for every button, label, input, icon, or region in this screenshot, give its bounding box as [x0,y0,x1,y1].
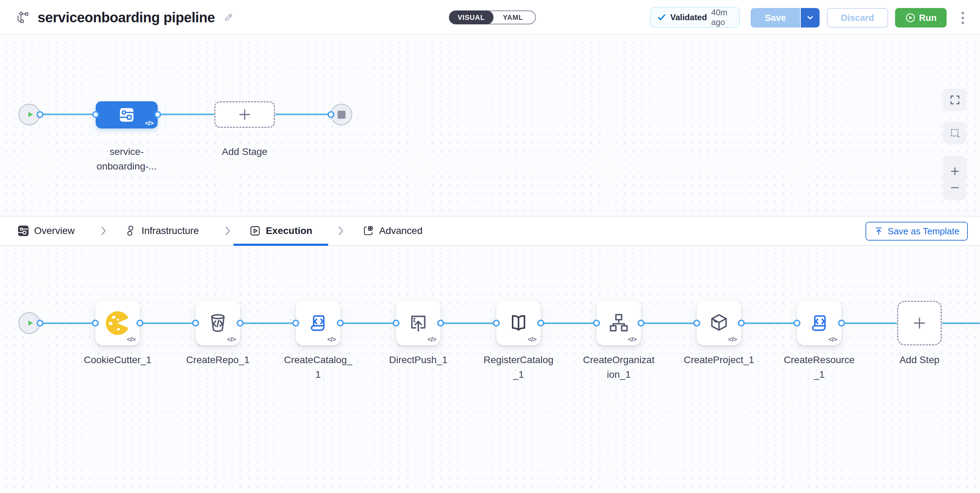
step-node-CreateOrganization_1[interactable]: </> [597,301,641,345]
kebab-menu-icon[interactable] [956,10,970,26]
tab-advanced[interactable]: Advanced [347,217,439,245]
step-label[interactable]: DirectPush_1 [382,353,454,367]
step-node-CreateProject_1[interactable]: </> [697,301,741,345]
connector-dot [493,320,500,327]
validated-status: Validated [670,13,707,22]
step-label[interactable]: CreateRepo_1 [182,353,254,367]
stage-code-badge[interactable]: </> [145,120,153,127]
advanced-icon [363,225,374,236]
connector-dot [693,320,700,327]
connector-dot [437,320,444,327]
org-chart-icon [607,312,630,335]
connector-line [40,113,96,115]
connector-line [842,322,897,324]
connector-dot [593,320,600,327]
step-code-badge[interactable]: </> [328,336,336,343]
step-node-CreateResource_1[interactable]: </> [797,301,842,345]
resource-code-icon [808,312,831,335]
step-code-badge[interactable]: </> [829,336,837,343]
step-code-badge[interactable]: </> [227,336,235,343]
save-options-caret[interactable] [800,8,819,27]
add-step-button[interactable] [897,301,942,345]
zoom-in-icon[interactable] [950,166,960,177]
tab-label: Overview [34,225,75,236]
step-label[interactable]: CreateCatalog_1 [282,353,354,382]
connector-dot [537,320,544,327]
repo-bucket-icon [206,312,229,335]
connector-dot [154,111,161,118]
step-node-CreateRepo_1[interactable]: </> [196,301,240,345]
connector-dot [92,111,99,118]
validated-time: 40m ago [711,8,733,27]
chevron-right-icon [225,225,231,236]
run-label: Run [919,13,937,23]
connector-dot [192,320,199,327]
connector-dot [838,320,845,327]
step-code-badge[interactable]: </> [729,336,737,343]
stage-detail-tabs: OverviewInfrastructureExecutionAdvanced … [0,216,980,246]
stage-icon [117,105,137,124]
save-as-template-button[interactable]: Save as Template [865,222,968,241]
zoom-out-icon[interactable] [950,185,960,190]
step-node-CookieCutter_1[interactable]: </> [95,301,140,345]
add-step-label[interactable]: Add Step [884,353,955,367]
direct-push-icon [407,312,430,335]
connector-dot [393,320,399,327]
stage-canvas[interactable]: </> service-onboarding-... Add Stage [0,35,980,216]
header-title-group: serviceonboarding pipeline [17,0,233,35]
step-label[interactable]: CreateResource_1 [783,353,855,382]
step-label[interactable]: CreateOrganization_1 [583,353,655,382]
connector-dot [638,320,644,327]
fullscreen-icon[interactable] [943,89,966,111]
tab-execution[interactable]: Execution [234,217,329,245]
step-node-DirectPush_1[interactable]: </> [396,301,441,345]
step-label[interactable]: CookieCutter_1 [82,353,153,367]
connector-line [158,113,215,115]
step-code-badge[interactable]: </> [528,336,536,343]
run-play-icon [905,13,916,23]
stage-label[interactable]: service-onboarding-... [94,145,160,174]
step-node-CreateCatalog_1[interactable]: </> [296,301,340,345]
connector-line [40,322,95,324]
step-label[interactable]: RegisterCatalog_1 [483,353,554,382]
connector-dot [337,320,344,327]
connector-line [741,322,797,324]
connector-line [340,322,396,324]
plus-icon [912,316,927,330]
connector-line [240,322,296,324]
save-split-button: Save [751,8,819,27]
save-button[interactable]: Save [751,8,800,27]
validated-badge[interactable]: Validated 40m ago [650,7,740,28]
run-button[interactable]: Run [895,8,947,27]
step-code-badge[interactable]: </> [127,336,135,343]
check-icon [657,13,666,22]
connector-dot [237,320,243,327]
step-label[interactable]: CreateProject_1 [683,353,755,367]
connector-dot [794,320,800,327]
add-stage-label[interactable]: Add Stage [212,145,278,159]
tab-label: Advanced [379,225,423,236]
discard-button[interactable]: Discard [827,8,888,27]
connector-dot [92,320,99,327]
marquee-select-icon[interactable] [943,122,966,144]
step-node-RegisterCatalog_1[interactable]: </> [496,301,541,345]
step-code-badge[interactable]: </> [428,336,436,343]
connector-line [140,322,196,324]
edit-pencil-icon[interactable] [223,13,233,22]
page-title: serviceonboarding pipeline [38,10,215,26]
pipeline-studio: serviceonboarding pipeline YAML VISUAL V… [0,0,980,493]
connector-line [541,322,597,324]
toggle-visual[interactable]: VISUAL [449,10,493,24]
stage-node-service-onboarding[interactable]: </> [96,101,158,128]
tab-overview[interactable]: Overview [2,217,91,245]
tab-label: Infrastructure [142,225,199,236]
connector-dot [137,320,143,327]
view-toggle: YAML VISUAL [449,10,536,24]
execution-canvas[interactable]: </>CookieCutter_1</>CreateRepo_1</>Creat… [0,246,980,493]
cookie-icon [104,310,131,336]
connector-dot [328,111,334,118]
step-code-badge[interactable]: </> [628,336,636,343]
tab-infrastructure[interactable]: Infrastructure [109,217,215,245]
execution-icon [250,225,261,236]
add-stage-button[interactable] [215,101,275,128]
